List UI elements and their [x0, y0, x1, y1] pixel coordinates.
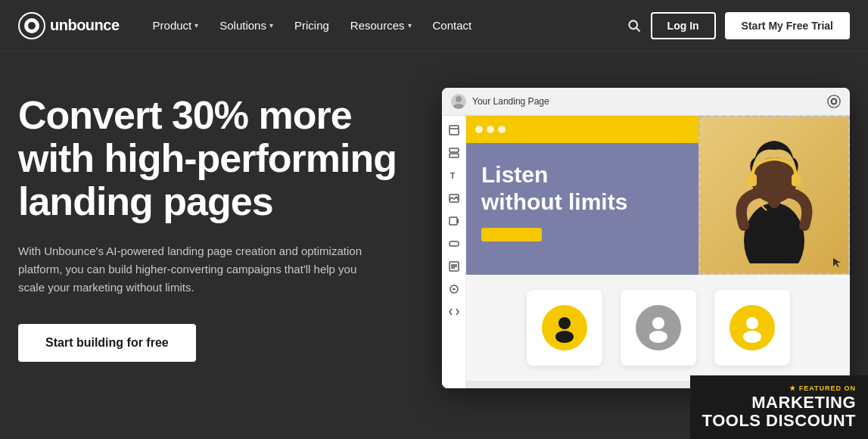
hero-left: Convert 30% morewith high-performingland… [18, 88, 412, 362]
lp-card-circle-3 [730, 305, 775, 350]
tool-button[interactable] [446, 235, 462, 252]
lp-card-3 [714, 290, 790, 366]
browser-bar: Your Landing Page [442, 88, 850, 116]
card-person-3 [737, 313, 767, 343]
lp-dot-2 [487, 126, 494, 133]
hero-heading: Convert 30% morewith high-performingland… [18, 94, 412, 224]
nav-links: Product ▾ Solutions ▾ Pricing Resources … [144, 13, 627, 38]
tool-media[interactable] [446, 281, 462, 297]
svg-point-30 [652, 317, 664, 329]
svg-text:T: T [450, 172, 455, 180]
svg-point-31 [649, 331, 667, 343]
tool-form[interactable] [446, 258, 462, 275]
nav-resources[interactable]: Resources ▾ [341, 13, 421, 38]
mtd-sub-label: ★ FEATURED ON [702, 385, 856, 392]
login-button[interactable]: Log In [651, 12, 716, 39]
svg-rect-27 [792, 174, 801, 186]
lp-card-1 [527, 290, 602, 366]
hero-section: Convert 30% morewith high-performingland… [0, 51, 868, 388]
tool-text[interactable]: T [446, 167, 462, 184]
svg-rect-16 [450, 217, 457, 225]
mtd-line2: TOOLS DISCOUNT [702, 412, 856, 430]
nav-contact[interactable]: Contact [424, 13, 481, 38]
svg-marker-23 [453, 288, 456, 291]
lp-card-2 [621, 290, 696, 366]
lp-headline: Listen without limits [481, 161, 627, 216]
lp-dot-1 [475, 126, 483, 133]
svg-point-29 [555, 331, 574, 343]
svg-point-5 [456, 96, 462, 102]
mtd-badge: ★ FEATURED ON MARKETING TOOLS DISCOUNT [690, 375, 868, 439]
nav-pricing[interactable]: Pricing [285, 13, 338, 38]
editor-canvas: Listen without limits [466, 116, 850, 388]
svg-rect-12 [450, 148, 459, 152]
lp-bottom-section [466, 275, 850, 381]
search-icon[interactable] [627, 18, 642, 33]
browser-content: T [442, 116, 850, 388]
svg-point-24 [744, 203, 804, 263]
solutions-dropdown-arrow: ▾ [269, 21, 273, 30]
lp-preview: Listen without limits [466, 116, 850, 388]
svg-point-3 [629, 20, 637, 29]
svg-point-6 [453, 104, 464, 109]
tool-code[interactable] [446, 304, 462, 320]
editor-sidebar: T [442, 116, 466, 388]
svg-rect-17 [450, 241, 459, 246]
browser-page-title: Your Landing Page [472, 96, 549, 107]
product-dropdown-arrow: ▾ [194, 21, 198, 30]
logo-icon [18, 12, 45, 39]
lp-hero-image [698, 116, 850, 275]
start-building-button[interactable]: Start building for free [18, 324, 196, 362]
tool-section[interactable] [446, 145, 462, 161]
svg-point-33 [743, 331, 761, 343]
logo[interactable]: unbounce [18, 12, 120, 39]
mtd-line1: MARKETING [702, 394, 856, 412]
lp-person-image [700, 117, 848, 273]
navbar: unbounce Product ▾ Solutions ▾ Pricing R… [0, 0, 868, 51]
lp-text-block: Listen without limits [481, 161, 627, 244]
lp-hero: Listen without limits [466, 116, 850, 275]
svg-point-32 [746, 317, 758, 329]
browser-avatar [451, 94, 466, 109]
nav-solutions[interactable]: Solutions ▾ [210, 13, 282, 38]
tool-image[interactable] [446, 190, 462, 207]
card-person-2 [643, 313, 674, 343]
nav-right: Log In Start My Free Trial [627, 12, 850, 39]
svg-rect-10 [450, 126, 459, 135]
svg-point-28 [558, 317, 571, 329]
svg-rect-13 [450, 154, 459, 157]
person-silhouette [729, 127, 820, 263]
avatar-icon [451, 94, 466, 109]
browser-mockup: Your Landing Page [442, 88, 850, 388]
nav-product[interactable]: Product ▾ [144, 13, 208, 38]
hero-subtext: With Unbounce's AI-powered landing page … [18, 242, 381, 297]
tool-video[interactable] [446, 213, 462, 229]
tool-layout[interactable] [446, 122, 462, 139]
resources-dropdown-arrow: ▾ [408, 21, 412, 30]
lp-card-circle-2 [636, 305, 681, 350]
lp-cta-button [481, 228, 542, 241]
svg-point-9 [832, 100, 836, 104]
svg-rect-26 [748, 174, 757, 186]
svg-line-4 [636, 27, 640, 31]
browser-unbounce-logo [827, 95, 841, 108]
card-person-1 [549, 313, 580, 343]
lp-dot-3 [498, 126, 506, 133]
trial-button[interactable]: Start My Free Trial [725, 12, 850, 39]
lp-card-circle-1 [542, 305, 587, 350]
cursor-icon [832, 257, 844, 269]
logo-text: unbounce [50, 17, 120, 34]
cursor-arrow [832, 257, 844, 269]
